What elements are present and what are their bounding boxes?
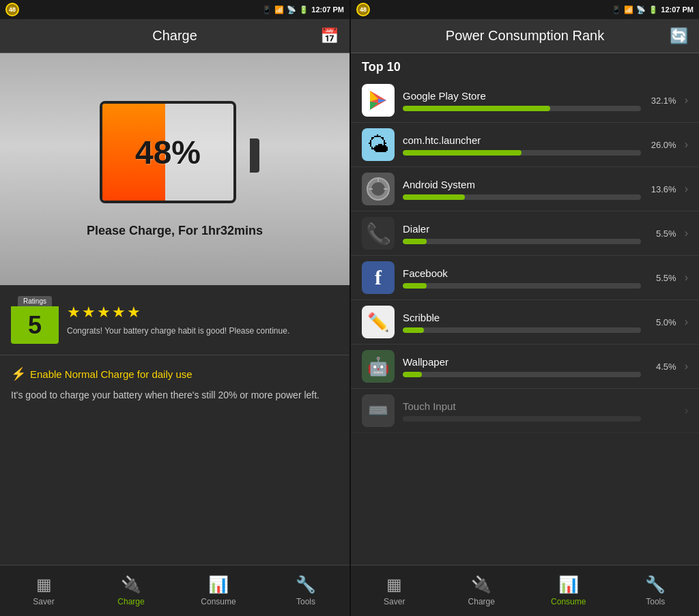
app-name-7: Touch Input	[403, 400, 641, 412]
nav-saver-left[interactable]: ▦ Saver	[0, 566, 87, 616]
right-panel: 48 📱 📶 📡 🔋 12:07 PM Power Consumption Ra…	[350, 0, 699, 616]
consume-label-left: Consume	[201, 597, 236, 606]
app-name-3: Dialer	[403, 223, 641, 235]
charge-message: Please Charge, For 1hr32mins	[87, 224, 263, 238]
app-percent-6: 4.5%	[649, 362, 676, 372]
app-item-1[interactable]: 🌤 com.htc.launcher 26.0% ›	[351, 123, 699, 167]
chevron-4: ›	[685, 272, 688, 284]
app-icon-1: 🌤	[362, 128, 395, 161]
app-name-1: com.htc.launcher	[403, 134, 641, 146]
app-icon-2	[362, 173, 395, 205]
saver-label-right: Saver	[384, 597, 405, 606]
app-bar-fill-0	[403, 106, 550, 111]
right-header: Power Consumption Rank 🔄	[351, 19, 699, 53]
nav-saver-right[interactable]: ▦ Saver	[351, 566, 438, 616]
wifi-icon: 📶	[274, 5, 284, 14]
app-icon-5: ✏️	[362, 306, 395, 338]
battery-display: 48%	[100, 101, 250, 210]
app-item-6[interactable]: 🤖 Wallpaper 4.5% ›	[351, 344, 699, 389]
status-bar-right: 48 📱 📶 📡 🔋 12:07 PM	[351, 0, 699, 19]
ratings-label: Ratings	[18, 296, 52, 306]
chevron-2: ›	[685, 183, 688, 195]
app-bar-bg-4	[403, 283, 641, 289]
app-bar-bg-3	[403, 239, 641, 244]
ratings-section: Ratings 5 ★ ★ ★ ★ ★ Congrats! Your batte…	[0, 285, 350, 355]
calendar-icon[interactable]: 📅	[320, 27, 339, 45]
nav-tools-right[interactable]: 🔧 Tools	[612, 566, 700, 616]
nav-consume-left[interactable]: 📊 Consume	[175, 566, 262, 616]
app-name-2: Android System	[403, 179, 641, 190]
chevron-1: ›	[685, 138, 688, 151]
app-info-2: Android System	[403, 179, 641, 200]
consume-label-right: Consume	[551, 597, 586, 606]
battery-badge-right: 48	[356, 3, 370, 16]
app-info-1: com.htc.launcher	[403, 134, 641, 156]
star-4: ★	[112, 304, 126, 321]
star-1: ★	[67, 304, 81, 321]
stars-row: ★ ★ ★ ★ ★	[67, 304, 289, 321]
nav-charge-left[interactable]: 🔌 Charge	[87, 566, 175, 616]
app-info-4: Facebook	[403, 267, 641, 289]
ratings-number: 5	[11, 306, 59, 344]
nav-tools-left[interactable]: 🔧 Tools	[262, 566, 350, 616]
app-info-6: Wallpaper	[403, 356, 641, 377]
app-info-0: Google Play Store	[403, 90, 641, 111]
app-icon-0	[362, 84, 395, 117]
left-header: Charge 📅	[0, 19, 350, 53]
app-icon-3: 📞	[362, 217, 395, 250]
status-icons-right: 📱 📶 📡 🔋 12:07 PM	[612, 5, 694, 14]
tip-title: ⚡ Enable Normal Charge for daily use	[11, 366, 339, 381]
right-bottom-nav: ▦ Saver 🔌 Charge 📊 Consume 🔧 Tools	[351, 565, 699, 616]
app-item-2[interactable]: Android System 13.6% ›	[351, 167, 699, 211]
charge-icon-right: 🔌	[471, 575, 491, 594]
app-item-0[interactable]: Google Play Store 32.1% ›	[351, 78, 699, 123]
chevron-5: ›	[685, 316, 688, 328]
saver-icon-left: ▦	[36, 575, 52, 594]
app-item-7[interactable]: ⌨️ Touch Input ›	[351, 389, 699, 433]
lightning-icon: ⚡	[11, 366, 26, 381]
app-bar-fill-4	[403, 283, 427, 289]
nav-consume-right[interactable]: 📊 Consume	[525, 566, 612, 616]
app-name-6: Wallpaper	[403, 356, 641, 368]
wifi-icon-right: 📶	[624, 5, 633, 14]
tip-body: It's good to charge your battery when th…	[11, 388, 339, 402]
app-percent-5: 5.0%	[649, 317, 676, 327]
ratings-box: Ratings 5	[11, 296, 59, 344]
battery-section: 48% Please Charge, For 1hr32mins	[0, 53, 350, 285]
star-3: ★	[97, 304, 111, 321]
consume-icon-left: 📊	[208, 575, 229, 594]
app-info-5: Scribble	[403, 312, 641, 333]
app-bar-bg-0	[403, 106, 641, 111]
consume-icon-right: 📊	[558, 575, 579, 594]
app-item-3[interactable]: 📞 Dialer 5.5% ›	[351, 211, 699, 256]
battery-body: 48%	[100, 101, 236, 203]
app-name-4: Facebook	[403, 267, 641, 279]
status-bar-left: 48 📱 📶 📡 🔋 12:07 PM	[0, 0, 350, 19]
app-icon-7: ⌨️	[362, 394, 395, 427]
battery-icon-left: 🔋	[299, 5, 309, 14]
chevron-7: ›	[685, 405, 688, 417]
app-icon-4: f	[362, 261, 395, 294]
app-info-7: Touch Input	[403, 400, 641, 422]
time-left: 12:07 PM	[311, 5, 344, 14]
time-right: 12:07 PM	[661, 5, 694, 14]
battery-badge-left: 48	[5, 3, 19, 16]
chevron-3: ›	[685, 227, 688, 239]
phone-icon-right: 📱	[612, 5, 621, 14]
refresh-icon[interactable]: 🔄	[670, 27, 688, 45]
app-bar-fill-5	[403, 327, 424, 333]
app-info-3: Dialer	[403, 223, 641, 244]
battery-icon-right: 🔋	[648, 5, 658, 14]
saver-icon-right: ▦	[386, 575, 402, 594]
status-icons-left: 📱 📶 📡 🔋 12:07 PM	[262, 5, 344, 14]
app-item-5[interactable]: ✏️ Scribble 5.0% ›	[351, 300, 699, 344]
app-percent-1: 26.0%	[649, 140, 676, 150]
nav-charge-right[interactable]: 🔌 Charge	[438, 566, 526, 616]
tools-icon-left: 🔧	[296, 575, 316, 594]
tools-label-right: Tools	[646, 597, 665, 606]
app-list: Google Play Store 32.1% › 🌤 com.htc.laun…	[351, 78, 699, 565]
star-2: ★	[82, 304, 96, 321]
app-item-4[interactable]: f Facebook 5.5% ›	[351, 256, 699, 300]
tools-icon-right: 🔧	[645, 575, 666, 594]
star-5: ★	[127, 304, 141, 321]
